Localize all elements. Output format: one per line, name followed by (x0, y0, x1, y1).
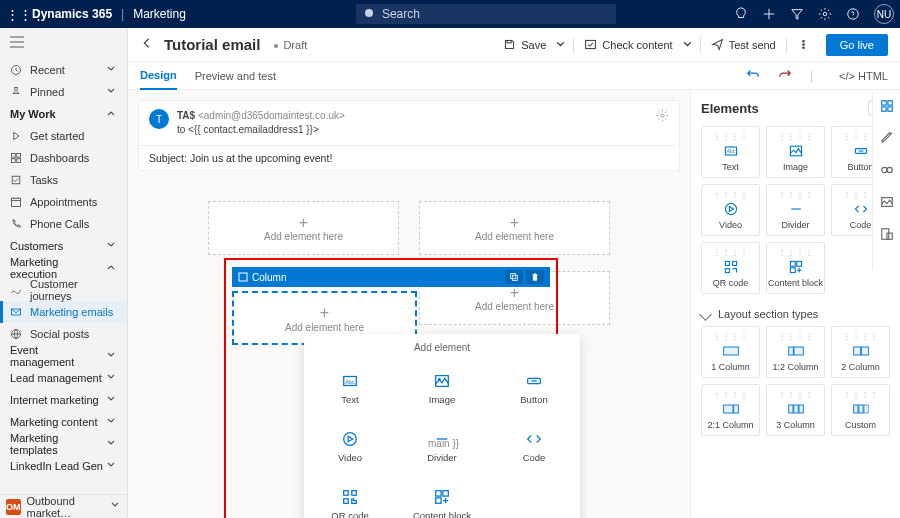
element-video[interactable]: ⋮⋮⋮⋮Video (701, 184, 760, 236)
help-icon[interactable] (846, 7, 860, 21)
nav-dashboards[interactable]: Dashboards (0, 147, 127, 169)
nav-group-lead-mgmt[interactable]: Lead management (0, 367, 127, 389)
svg-point-14 (802, 44, 804, 46)
header-settings-icon[interactable] (656, 109, 669, 125)
global-search[interactable]: Search (356, 4, 616, 24)
layout-slot[interactable]: +Add element here (208, 201, 399, 255)
svg-rect-30 (436, 490, 441, 495)
nav-area-switcher[interactable]: OM Outbound market… (0, 494, 127, 518)
sidetab-image[interactable] (877, 192, 897, 212)
svg-text:Abc: Abc (345, 378, 355, 384)
popup-text[interactable]: AbcText (304, 359, 396, 417)
svg-rect-8 (12, 176, 20, 184)
layout-12col[interactable]: ⋮⋮⋮⋮1:2 Column (766, 326, 825, 378)
svg-rect-28 (352, 490, 357, 495)
email-subject[interactable]: Subject: Join us at the upcoming event! (138, 146, 680, 171)
nav-tasks[interactable]: Tasks (0, 169, 127, 191)
element-image[interactable]: ⋮⋮⋮⋮Image (766, 126, 825, 178)
delete-button[interactable] (526, 270, 544, 284)
layout-21col[interactable]: ⋮⋮⋮⋮2:1 Column (701, 384, 760, 436)
layout-slot[interactable]: +Add element here (419, 201, 610, 255)
nav-group-mkt-templates[interactable]: Marketing templates (0, 433, 127, 455)
go-live-button[interactable]: Go live (826, 34, 888, 56)
svg-rect-12 (507, 40, 511, 42)
save-dropdown[interactable] (552, 34, 569, 55)
tab-preview[interactable]: Preview and test (195, 62, 276, 90)
svg-rect-47 (853, 347, 860, 355)
sidetab-link[interactable] (877, 160, 897, 180)
sidetab-styles[interactable] (877, 128, 897, 148)
nav-recent[interactable]: Recent (0, 59, 127, 81)
nav-appointments[interactable]: Appointments (0, 191, 127, 213)
element-divider[interactable]: ⋮⋮⋮⋮Divider (766, 184, 825, 236)
check-content-button[interactable]: Check content (578, 34, 678, 55)
sidetab-responsive[interactable] (877, 224, 897, 244)
hamburger-icon[interactable] (0, 28, 127, 59)
sidetab-elements[interactable] (877, 96, 897, 116)
svg-point-61 (881, 167, 886, 172)
element-content-block[interactable]: ⋮⋮⋮⋮Content block (766, 242, 825, 294)
redo-button[interactable] (778, 67, 792, 84)
nav-phonecalls[interactable]: Phone Calls (0, 213, 127, 235)
element-text[interactable]: ⋮⋮⋮⋮AbcText (701, 126, 760, 178)
more-commands[interactable] (791, 34, 816, 55)
separator: | (121, 7, 124, 21)
nav-group-customers[interactable]: Customers (0, 235, 127, 257)
layout-2col[interactable]: ⋮⋮⋮⋮2 Column (831, 326, 890, 378)
side-tab-rail (872, 90, 900, 270)
nav-group-marketing-exec[interactable]: Marketing execution (0, 257, 127, 279)
back-button[interactable] (140, 36, 154, 53)
svg-rect-57 (881, 101, 885, 105)
nav-social-posts[interactable]: Social posts (0, 323, 127, 345)
clone-button[interactable] (505, 270, 523, 284)
svg-rect-45 (788, 347, 793, 355)
svg-rect-53 (799, 405, 803, 413)
tab-design[interactable]: Design (140, 62, 177, 90)
search-placeholder: Search (382, 7, 420, 21)
app-launcher-icon[interactable]: ⋮⋮⋮ (6, 7, 28, 22)
svg-rect-64 (881, 229, 888, 240)
html-view-toggle[interactable]: </> HTML (839, 70, 888, 82)
nav-group-internet-mkt[interactable]: Internet marketing (0, 389, 127, 411)
plus-icon[interactable] (762, 7, 776, 21)
nav-customer-journeys[interactable]: Customer journeys (0, 279, 127, 301)
layout-section-title[interactable]: Layout section types (701, 308, 890, 320)
svg-rect-52 (793, 405, 797, 413)
popup-content-block[interactable]: Content block (396, 475, 488, 518)
popup-button[interactable]: Button (488, 359, 580, 417)
element-qr[interactable]: ⋮⋮⋮⋮QR code (701, 242, 760, 294)
svg-point-17 (661, 114, 664, 117)
undo-button[interactable] (746, 67, 760, 84)
command-bar: Tutorial email Draft Save Check content … (128, 28, 900, 62)
popup-video[interactable]: Video (304, 417, 396, 475)
module-label: Marketing (133, 7, 186, 21)
popup-image[interactable]: Image (396, 359, 488, 417)
nav-marketing-emails[interactable]: Marketing emails (0, 301, 127, 323)
layout-3col[interactable]: ⋮⋮⋮⋮3 Column (766, 384, 825, 436)
svg-rect-6 (12, 159, 16, 163)
gear-icon[interactable] (818, 7, 832, 21)
filter-icon[interactable] (790, 7, 804, 21)
check-dropdown[interactable] (679, 34, 696, 55)
svg-rect-7 (17, 159, 21, 163)
lightbulb-icon[interactable] (734, 7, 748, 21)
layout-1col[interactable]: ⋮⋮⋮⋮1 Column (701, 326, 760, 378)
popup-code[interactable]: Code (488, 417, 580, 475)
svg-point-26 (344, 432, 357, 445)
nav-group-event-mgmt[interactable]: Event management (0, 345, 127, 367)
layout-custom[interactable]: ⋮⋮⋮⋮Custom (831, 384, 890, 436)
selection-header: Column (232, 267, 550, 287)
om-badge: OM (6, 499, 21, 515)
nav-group-li-leadgen[interactable]: LinkedIn Lead Gen (0, 455, 127, 477)
nav-group-mywork[interactable]: My Work (0, 103, 127, 125)
popup-qr[interactable]: QR code (304, 475, 396, 518)
email-header: T TA$ <admin@d365domaintest.co.uk> to <{… (138, 100, 680, 146)
nav-pinned[interactable]: Pinned (0, 81, 127, 103)
save-button[interactable]: Save (497, 34, 552, 55)
svg-rect-48 (861, 347, 868, 355)
nav-group-mkt-content[interactable]: Marketing content (0, 411, 127, 433)
user-avatar[interactable]: NU (874, 4, 894, 24)
nav-get-started[interactable]: Get started (0, 125, 127, 147)
test-send-button[interactable]: Test send (705, 34, 782, 55)
svg-rect-20 (512, 275, 517, 280)
